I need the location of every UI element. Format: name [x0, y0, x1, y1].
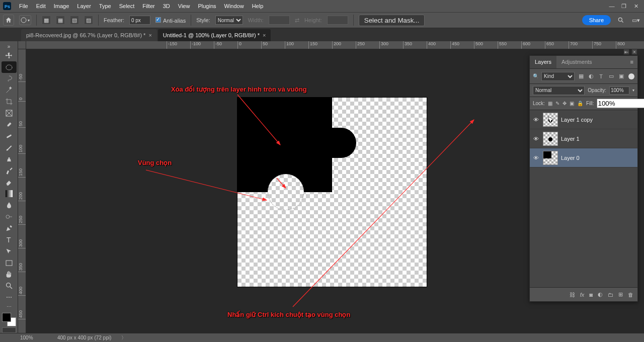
frame-tool[interactable] [2, 108, 17, 119]
feather-input[interactable] [129, 16, 150, 25]
filter-toggle[interactable] [628, 73, 634, 79]
dodge-tool[interactable] [2, 211, 17, 223]
menu-filter[interactable]: Filter [138, 1, 158, 11]
healing-brush-tool[interactable] [2, 130, 17, 142]
window-close-button[interactable]: ✕ [630, 0, 642, 12]
lock-transparency-icon[interactable]: ▦ [548, 100, 552, 108]
lock-position-icon[interactable]: ✥ [562, 100, 567, 108]
add-selection-icon[interactable]: ▦ [56, 16, 65, 25]
more-tools-icon[interactable]: ⋯ [2, 292, 17, 303]
share-button[interactable]: Share [582, 15, 611, 25]
crop-tool[interactable] [2, 96, 17, 108]
menu-plugins[interactable]: Plugins [194, 1, 220, 11]
layer-row-0[interactable]: 👁 Layer 1 copy [530, 110, 637, 129]
new-adjustment-icon[interactable]: ◐ [598, 291, 603, 298]
layer-thumbnail[interactable] [543, 132, 558, 146]
new-layer-icon[interactable]: ⊞ [618, 291, 623, 298]
clone-stamp-tool[interactable] [2, 153, 17, 165]
visibility-toggle[interactable]: 👁 [532, 135, 540, 143]
menu-image[interactable]: Image [50, 1, 73, 11]
menu-3d[interactable]: 3D [159, 1, 174, 11]
window-restore-button[interactable]: ❐ [618, 0, 630, 12]
eraser-tool[interactable] [2, 177, 17, 188]
current-tool-shape[interactable]: ▾ [19, 15, 31, 25]
layer-row-1[interactable]: 👁 Layer 1 [530, 129, 637, 148]
layer-fx-icon[interactable]: fx [580, 292, 585, 298]
menu-view[interactable]: View [174, 1, 194, 11]
pen-tool[interactable] [2, 222, 17, 234]
panel-close-icon[interactable]: × [631, 49, 637, 55]
search-icon[interactable] [616, 15, 626, 25]
magic-wand-tool[interactable] [2, 84, 17, 96]
zoom-level[interactable]: 100% [20, 335, 47, 340]
panel-menu-icon[interactable]: ≡ [626, 56, 637, 68]
filter-smart-icon[interactable]: ▣ [617, 72, 625, 80]
filter-pixel-icon[interactable]: ▦ [577, 72, 585, 80]
layer-filter-kind-select[interactable]: Kind [541, 72, 575, 81]
document-canvas[interactable] [237, 98, 427, 287]
menu-help[interactable]: Help [248, 1, 268, 11]
move-tool[interactable] [2, 50, 17, 61]
filter-shape-icon[interactable]: ▭ [607, 72, 615, 80]
lock-artboard-icon[interactable]: ▣ [570, 100, 574, 108]
panel-collapse-icon[interactable]: ⇤ [623, 49, 629, 55]
brush-tool[interactable] [2, 142, 17, 153]
document-info[interactable]: 400 px x 400 px (72 ppi) [57, 335, 111, 340]
filter-adjust-icon[interactable]: ◐ [587, 72, 595, 80]
canvas-viewport[interactable]: Xóa đối tượng trên layer hình tròn và vu… [26, 49, 644, 333]
close-icon[interactable]: × [148, 32, 151, 38]
opacity-input[interactable] [609, 87, 629, 95]
blend-mode-select[interactable]: Normal [533, 86, 585, 95]
home-button[interactable] [3, 15, 14, 26]
vertical-ruler[interactable]: -50050100150200250300350400450 [18, 49, 26, 333]
layer-name[interactable]: Layer 1 copy [561, 117, 593, 123]
style-select[interactable]: Normal [215, 16, 243, 25]
type-tool[interactable]: T [2, 234, 17, 245]
history-brush-tool[interactable] [2, 165, 17, 177]
menu-edit[interactable]: Edit [32, 1, 50, 11]
toolbar-expand-icon[interactable]: » [2, 43, 17, 50]
ruler-origin[interactable] [18, 41, 26, 49]
document-tab-0[interactable]: pi8-Recovered.jpg @ 66.7% (Layer 0, RGB/… [21, 29, 157, 41]
new-selection-icon[interactable]: ▩ [42, 16, 51, 25]
workspace-switcher-icon[interactable]: ▭▾ [631, 15, 641, 25]
close-icon[interactable]: × [263, 32, 266, 38]
lock-image-icon[interactable]: ✎ [555, 100, 559, 108]
blur-tool[interactable] [2, 200, 17, 211]
rectangle-tool[interactable] [2, 257, 17, 269]
lasso-tool[interactable] [2, 73, 17, 84]
menu-select[interactable]: Select [115, 1, 139, 11]
quick-mask-toggle[interactable] [2, 327, 16, 333]
layer-name[interactable]: Layer 1 [561, 136, 580, 142]
subtract-selection-icon[interactable]: ▧ [70, 16, 79, 25]
select-and-mask-button[interactable]: Select and Mask... [359, 15, 425, 26]
antialias-checkbox[interactable] [155, 17, 161, 23]
edit-toolbar-icon[interactable]: ⋯ [2, 303, 17, 310]
layer-thumbnail[interactable] [543, 151, 558, 165]
eyedropper-tool[interactable] [2, 119, 17, 131]
visibility-toggle[interactable]: 👁 [532, 154, 540, 162]
document-tab-1[interactable]: Untitled-1 @ 100% (Layer 0, RGB/8#) *× [158, 29, 271, 41]
zoom-tool[interactable] [2, 280, 17, 292]
path-selection-tool[interactable] [2, 245, 17, 257]
hand-tool[interactable] [2, 269, 17, 280]
menu-type[interactable]: Type [95, 1, 115, 11]
elliptical-marquee-tool[interactable] [2, 61, 17, 73]
lock-all-icon[interactable]: 🔒 [577, 100, 583, 108]
delete-layer-icon[interactable]: 🗑 [628, 292, 633, 298]
menu-layer[interactable]: Layer [73, 1, 95, 11]
filter-type-icon[interactable]: T [597, 72, 605, 80]
window-minimize-button[interactable]: — [606, 0, 618, 12]
fill-input[interactable] [597, 99, 644, 108]
menu-file[interactable]: File [15, 1, 32, 11]
intersect-selection-icon[interactable]: ▨ [84, 16, 93, 25]
menu-window[interactable]: Window [220, 1, 248, 11]
layer-row-2[interactable]: 👁 Layer 0 [530, 148, 637, 167]
tab-layers[interactable]: Layers [530, 56, 556, 68]
layer-thumbnail[interactable] [543, 113, 558, 127]
layer-name[interactable]: Layer 0 [561, 155, 580, 161]
color-swatches[interactable] [2, 313, 16, 326]
status-chevron-icon[interactable]: 〉 [121, 334, 126, 341]
add-mask-icon[interactable]: ◙ [589, 292, 593, 298]
tab-adjustments[interactable]: Adjustments [556, 56, 597, 68]
